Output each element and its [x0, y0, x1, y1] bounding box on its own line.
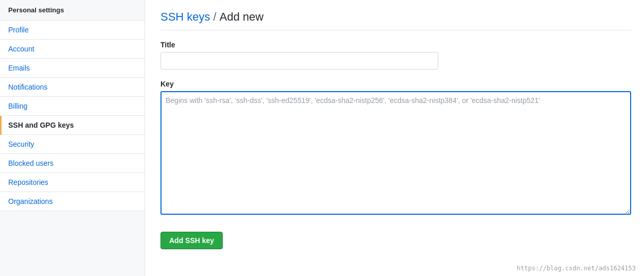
header-current: Add new	[220, 10, 264, 24]
sidebar-item-emails[interactable]: Emails	[0, 59, 145, 78]
key-textarea[interactable]	[160, 91, 631, 215]
watermark: https://blog.csdn.net/ads1624153	[517, 265, 636, 272]
sidebar-item-security[interactable]: Security	[0, 135, 145, 154]
key-label: Key	[160, 80, 631, 88]
sidebar-item-blocked-users[interactable]: Blocked users	[0, 154, 145, 173]
key-group: Key	[160, 80, 631, 216]
page-header: SSH keys / Add new	[160, 10, 631, 30]
title-input[interactable]	[160, 52, 438, 70]
title-label: Title	[160, 41, 631, 49]
sidebar-item-ssh-gpg-keys[interactable]: SSH and GPG keys	[0, 116, 145, 135]
title-group: Title	[160, 41, 631, 70]
add-ssh-key-button[interactable]: Add SSH key	[160, 232, 223, 249]
sidebar: Personal settings Profile Account Emails…	[0, 0, 145, 276]
sidebar-item-organizations[interactable]: Organizations	[0, 192, 145, 211]
ssh-keys-link[interactable]: SSH keys	[160, 10, 210, 24]
sidebar-item-repositories[interactable]: Repositories	[0, 173, 145, 192]
sidebar-item-profile[interactable]: Profile	[0, 21, 145, 40]
sidebar-item-account[interactable]: Account	[0, 40, 145, 59]
sidebar-title: Personal settings	[0, 0, 145, 21]
sidebar-item-notifications[interactable]: Notifications	[0, 78, 145, 97]
main-content: SSH keys / Add new Title Key Add SSH key	[145, 0, 644, 276]
sidebar-item-billing[interactable]: Billing	[0, 97, 145, 116]
header-separator: /	[213, 10, 217, 24]
